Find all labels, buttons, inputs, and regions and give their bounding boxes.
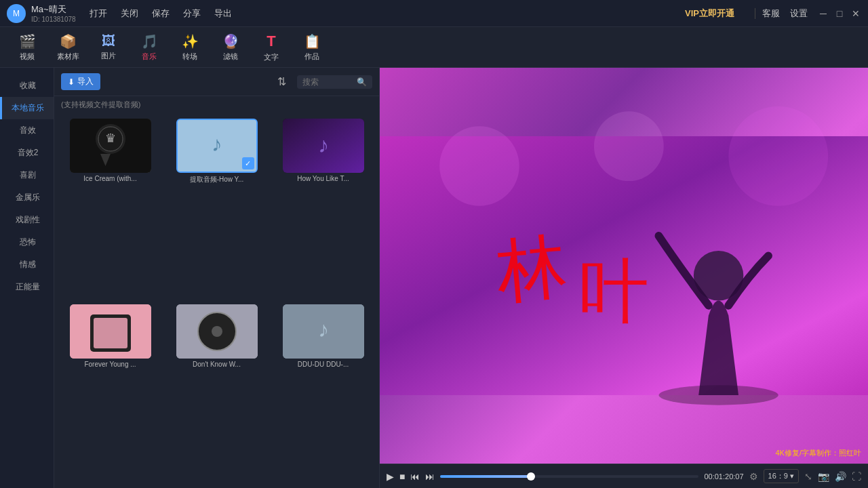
music-icon: 🎵	[141, 33, 158, 49]
sidebar-item-emotion[interactable]: 情感	[0, 253, 54, 276]
menu-close[interactable]: 关闭	[121, 7, 138, 20]
progress-fill	[440, 475, 530, 478]
tool-work-label: 作品	[304, 52, 319, 62]
main-toolbar: 🎬 视频 📦 素材库 🖼 图片 🎵 音乐 ✨ 转场 🔮 滤镜 T 文字 📋 作品	[0, 27, 868, 68]
sidebar-item-local-music[interactable]: 本地音乐	[0, 97, 54, 119]
media-thumb-how-extracted: ♪ ✓	[176, 119, 258, 173]
content-note: (支持视频文件提取音频)	[54, 96, 379, 113]
image-icon: 🖼	[102, 33, 115, 49]
search-input[interactable]	[302, 77, 357, 87]
media-item-how-you-like[interactable]: ♪ How You Like T...	[273, 119, 374, 299]
fullscreen-icon[interactable]: ⤡	[804, 471, 812, 482]
sidebar-item-drama[interactable]: 戏剧性	[0, 209, 54, 231]
user-id: ID: 101381078	[31, 16, 76, 23]
window-controls: ─ □ ✕	[818, 8, 861, 19]
tool-video[interactable]: 🎬 视频	[7, 30, 47, 65]
sidebar-item-sfx2[interactable]: 音效2	[0, 142, 54, 164]
tool-work[interactable]: 📋 作品	[292, 30, 332, 65]
sidebar-item-sfx[interactable]: 音效	[0, 119, 54, 142]
transition-icon: ✨	[182, 33, 199, 49]
user-avatar: M	[7, 4, 26, 23]
svg-point-25	[594, 111, 664, 181]
preview-progress-bar[interactable]	[440, 475, 698, 478]
media-thumb-dont	[176, 304, 258, 359]
sidebar-item-comedy[interactable]: 喜剧	[0, 164, 54, 186]
user-info: Ma~晴天 ID: 101381078	[31, 3, 76, 23]
sidebar-item-metal[interactable]: 金属乐	[0, 186, 54, 209]
tool-filter[interactable]: 🔮 滤镜	[210, 30, 251, 65]
import-button[interactable]: ⬇ 导入	[61, 73, 100, 90]
preview-extra-controls: ⤡ 📷 🔊 ⛶	[804, 471, 861, 482]
tool-text[interactable]: T 文字	[251, 29, 292, 66]
sidebar-item-positive[interactable]: 正能量	[0, 276, 54, 298]
preview-controls: ▶ ■ ⏮ ⏭ 00:01:20:07 ⚙ 16：9 ▾ ⤡ 📷 🔊 ⛶	[380, 464, 868, 488]
menu-bar: 打开 关闭 保存 分享 导出	[90, 7, 685, 20]
title-actions: 客服 设置	[762, 7, 808, 20]
menu-save[interactable]: 保存	[152, 7, 170, 20]
ratio-button[interactable]: 16：9 ▾	[764, 469, 799, 483]
watermark-text: 4K修复/字幕制作：照红叶	[775, 448, 861, 458]
tool-filter-label: 滤镜	[223, 52, 238, 62]
time-settings-icon[interactable]: ⚙	[749, 471, 758, 482]
media-thumb-how: ♪	[283, 119, 364, 173]
volume-icon[interactable]: 🔊	[835, 471, 846, 482]
vip-button[interactable]: VIP立即开通	[685, 7, 734, 20]
maximize-button[interactable]: □	[834, 8, 845, 19]
svg-point-15	[212, 326, 222, 337]
svg-text:叶: 叶	[579, 253, 649, 330]
next-frame-button[interactable]: ⏭	[425, 471, 435, 482]
play-button[interactable]: ▶	[387, 471, 394, 482]
menu-share[interactable]: 分享	[183, 7, 201, 20]
svg-point-24	[728, 106, 828, 206]
selected-check-icon: ✓	[242, 157, 254, 169]
search-box: 🔍	[297, 75, 372, 89]
support-link[interactable]: 客服	[762, 7, 780, 20]
close-button[interactable]: ✕	[850, 8, 861, 19]
tool-image[interactable]: 🖼 图片	[88, 30, 129, 64]
minimize-button[interactable]: ─	[818, 8, 829, 19]
tool-music-label: 音乐	[142, 52, 157, 62]
expand-icon[interactable]: ⛶	[852, 471, 861, 482]
preview-video: 林 叶 4K修复/字幕制作：照红叶	[380, 68, 868, 464]
media-item-ice-cream[interactable]: ♛ Ice Cream (with...	[60, 119, 161, 299]
media-label-ice-cream: Ice Cream (with...	[83, 175, 136, 182]
media-item-ddu-du[interactable]: ♪ DDU-DU DDU-...	[273, 304, 374, 483]
search-icon: 🔍	[357, 77, 367, 87]
sidebar-item-horror[interactable]: 恐怖	[0, 231, 54, 253]
svg-text:♛: ♛	[105, 131, 116, 145]
tool-material[interactable]: 📦 素材库	[47, 30, 88, 65]
tool-transition[interactable]: ✨ 转场	[170, 30, 210, 65]
menu-export[interactable]: 导出	[214, 7, 232, 20]
svg-point-23	[439, 126, 519, 206]
titlebar-divider	[755, 8, 755, 19]
tool-transition-label: 转场	[182, 52, 197, 62]
media-label-ddu: DDU-DU DDU-...	[298, 361, 349, 368]
tool-video-label: 视频	[20, 52, 35, 62]
video-icon: 🎬	[19, 33, 36, 49]
text-icon: T	[267, 33, 275, 50]
media-item-how-you-like-extracted[interactable]: ♪ ✓ 提取音频-How Y...	[166, 119, 267, 299]
tool-material-label: 素材库	[57, 52, 79, 62]
media-label-dont: Don't Know W...	[193, 361, 241, 368]
sort-icon[interactable]: ⇅	[277, 75, 286, 88]
media-label-how-extracted: 提取音频-How Y...	[190, 175, 244, 184]
stop-button[interactable]: ■	[399, 471, 405, 482]
video-background: 林 叶 4K修复/字幕制作：照红叶	[380, 68, 868, 464]
sidebar-item-collect[interactable]: 收藏	[0, 75, 54, 97]
media-panel: ⬇ 导入 ⇅ 🔍 (支持视频文件提取音频) ♛ Ice Cream (with.…	[54, 68, 380, 488]
media-item-dont-know[interactable]: Don't Know W...	[166, 304, 267, 483]
svg-text:林: 林	[493, 227, 570, 310]
screenshot-icon[interactable]: 📷	[818, 471, 829, 482]
menu-open[interactable]: 打开	[90, 7, 107, 20]
prev-frame-button[interactable]: ⏮	[410, 471, 420, 482]
media-item-forever-young[interactable]: Forever Young ...	[60, 304, 161, 483]
svg-text:♪: ♪	[212, 132, 222, 156]
svg-text:♪: ♪	[318, 317, 329, 342]
media-thumb-ddu: ♪	[283, 304, 364, 359]
settings-link[interactable]: 设置	[790, 7, 808, 20]
media-label-how: How You Like T...	[297, 175, 349, 182]
media-label-forever: Forever Young ...	[84, 361, 136, 368]
tool-music[interactable]: 🎵 音乐	[129, 30, 170, 65]
work-icon: 📋	[304, 33, 321, 49]
preview-panel: 林 叶 4K修复/字幕制作：照红叶 ▶ ■ ⏮ ⏭ 00:01:20:07 ⚙	[380, 68, 868, 488]
